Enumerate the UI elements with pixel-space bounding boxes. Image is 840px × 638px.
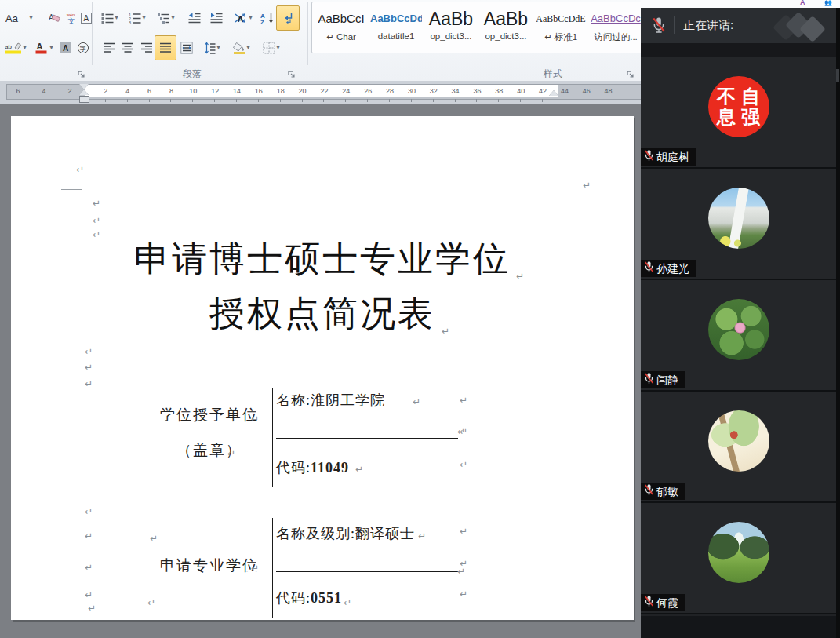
paragraph-mark: ↵ (93, 230, 100, 239)
paragraph-dialog-launcher-icon[interactable] (287, 68, 296, 78)
seal-character: 不 (717, 86, 736, 107)
ruler-number: 4 (42, 87, 45, 95)
style-preview: AaBbCcDc (590, 5, 642, 31)
ruler-number: 16 (255, 87, 263, 95)
participant-tile-何霞[interactable]: 何霞 (641, 503, 836, 614)
line-spacing-button[interactable]: ▾ (198, 35, 226, 60)
svg-text:3: 3 (129, 20, 131, 24)
enclose-char-button[interactable]: 字 (74, 35, 93, 60)
ruler-tick (302, 99, 303, 102)
participant-tile-闫静[interactable]: 闫静 (641, 280, 836, 392)
style-item-标准1[interactable]: AaBbCcDdE↵ 标准1 (535, 5, 587, 49)
ruler-tick (214, 99, 215, 102)
style-item-op_dict3[interactable]: AaBbop_dict3... (480, 5, 532, 49)
style-label: ↵ Char (315, 31, 367, 42)
topbar-separator (674, 16, 675, 34)
paragraph-mark: ↵ (85, 507, 93, 516)
participant-tile-孙建光[interactable]: 孙建光 (641, 169, 836, 280)
ruler-tick (389, 99, 390, 102)
participant-tile-胡庭树[interactable]: 不自息强胡庭树 (641, 57, 836, 169)
paragraph-mark: ↵ (460, 396, 467, 405)
shading-bucket-button[interactable]: ▾ (227, 35, 256, 60)
meeting-topbar: 正在讲话: (641, 8, 836, 43)
section2-divider-line (272, 518, 273, 618)
ruler-tick (498, 99, 499, 102)
style-preview: AaBbCcI (315, 5, 367, 31)
first-line-indent-marker[interactable] (79, 84, 89, 89)
sort-button[interactable]: AZ (257, 5, 278, 31)
paragraph-mark: ↵ (460, 460, 467, 469)
asian-layout-button[interactable]: A▾ (228, 5, 258, 31)
decrease-indent-button[interactable] (184, 5, 205, 31)
section1-underline (276, 438, 458, 439)
clear-format-button[interactable]: A (45, 5, 64, 31)
paragraph-mark: ↵ (85, 363, 93, 372)
change-case-icon: Aa (5, 12, 28, 24)
style-item-访问过的[interactable]: AaBbCcDc访问过的... (590, 5, 642, 49)
avatar (708, 522, 769, 583)
style-preview: AaBb (480, 5, 532, 31)
distribute-button[interactable] (176, 35, 198, 60)
participant-name-label: 郁敏 (641, 483, 685, 500)
shading-bucket-icon (233, 42, 245, 54)
change-case-button[interactable]: Aa▾ (3, 5, 35, 31)
participant-tile-郁敏[interactable]: 郁敏 (641, 392, 836, 503)
increase-indent-button[interactable] (205, 5, 227, 31)
right-indent-marker[interactable] (549, 90, 558, 96)
increase-indent-icon (210, 12, 223, 24)
speaking-indicator-label: 正在讲话: (683, 18, 733, 33)
mic-muted-icon[interactable] (652, 16, 666, 35)
show-marks-icon (282, 12, 294, 24)
highlighter-button[interactable]: ab▾ (2, 35, 30, 60)
align-center-button[interactable] (118, 35, 138, 60)
ruler-number: 18 (277, 87, 285, 95)
paragraph-mark: ↵ (85, 563, 93, 572)
ruler-tick (105, 99, 106, 102)
ruler-number: 42 (539, 87, 547, 95)
hanging-indent-marker[interactable] (79, 89, 89, 95)
styles-dialog-launcher-icon[interactable] (626, 68, 635, 78)
paragraph-mark: ↵ (251, 563, 259, 573)
justify-button[interactable] (155, 35, 176, 60)
left-indent-marker[interactable] (79, 96, 89, 103)
paragraph-mark: ↵ (93, 216, 100, 225)
decrease-indent-icon (188, 12, 201, 24)
mic-muted-icon (644, 595, 654, 611)
font-color-button[interactable]: A▾ (31, 35, 56, 60)
phonetic-guide-icon: wén文 (66, 12, 78, 24)
borders-button[interactable]: ▾ (257, 35, 285, 60)
paragraph-mark: ↵ (442, 326, 449, 336)
style-item-char[interactable]: AaBbCcI↵ Char (315, 5, 367, 49)
ruler-tick (149, 99, 150, 102)
enclose-char-icon: 字 (77, 42, 89, 54)
document-page[interactable]: 申请博士硕士专业学位 授权点简况表 学位授予单位 （盖章） 名称:淮阴工学院 代… (11, 116, 634, 620)
clear-format-icon: A (49, 12, 61, 24)
svg-text:文: 文 (68, 17, 75, 24)
svg-text:A: A (238, 15, 243, 24)
style-label: datatitle1 (370, 31, 422, 41)
style-preview: AaBbCcDdE (535, 5, 587, 31)
chevron-down-icon: ▾ (142, 15, 145, 21)
seal-character: 息 (717, 107, 736, 127)
participant-name-label: 闫静 (641, 371, 685, 388)
ruler-tick (323, 99, 324, 102)
style-item-datatitle1[interactable]: AaBbCcDddatatitle1 (370, 5, 422, 49)
mic-muted-icon (644, 372, 654, 388)
ruler-number: 6 (147, 87, 151, 95)
window-scrollbar-strip[interactable] (836, 8, 840, 638)
paragraph-mark: ↵ (460, 559, 467, 568)
field-code-value: 0551 (311, 590, 342, 606)
numbering-button[interactable]: 123▾ (125, 5, 150, 31)
style-item-op_dict3[interactable]: AaBbop_dict3... (425, 5, 477, 49)
char-shading-button[interactable]: A (56, 35, 75, 60)
bullets-button[interactable]: ▾ (97, 5, 122, 31)
document-title-line2: 授权点简况表 (11, 290, 634, 337)
svg-text:Z: Z (260, 19, 264, 24)
participant-name: 郁敏 (656, 486, 678, 497)
bullets-icon (101, 12, 114, 24)
section1-field-code: 代码:11049 (276, 458, 349, 477)
multilevel-list-button[interactable]: ▾ (152, 5, 180, 31)
align-left-button[interactable] (99, 35, 119, 60)
font-dialog-launcher-icon[interactable] (77, 68, 86, 78)
show-marks-button[interactable] (276, 5, 300, 31)
